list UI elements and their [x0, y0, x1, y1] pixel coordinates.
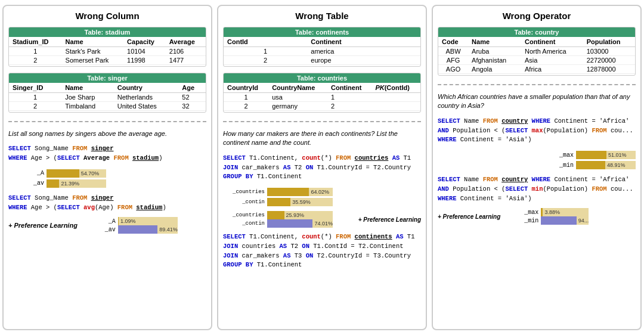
bar-row-A: _A 54.70% — [8, 169, 206, 178]
col-population: Population — [583, 37, 635, 47]
table-singer: Table: singer Singer_ID Name Country Age… — [9, 73, 206, 111]
pref-learn-section-3: + Preference Learning _max 3.88% _min 94… — [438, 208, 636, 225]
bar2-pct-countries: 64.02% — [311, 189, 329, 195]
pref-bar-group-2: _countries 25.93% _contin 74.01% — [223, 211, 356, 228]
bar3-row-max: _max 51.01% — [538, 151, 636, 159]
question-text-2: How many car makers are there in each co… — [223, 129, 421, 148]
panel-wrong-column: Wrong Column Table: stadium Stadium_ID N… — [2, 5, 212, 330]
bar3-label-max: _max — [538, 152, 574, 159]
bar3-pct-max: 51.01% — [608, 152, 627, 158]
bar3-outer-min: 48.91% — [576, 161, 636, 169]
bar-label-av: _av — [8, 180, 44, 187]
col-continent: Continent — [307, 37, 420, 47]
bar3-chart-1: _max 51.01% _min 48.91% — [438, 151, 636, 169]
bar2b-pct-countries: 25.93% — [286, 212, 305, 218]
bar3b-label-max: _max — [503, 209, 538, 216]
col-capacity: Capacity — [123, 37, 166, 47]
col-country: Country — [114, 83, 179, 93]
col-singerid: Singer_ID — [9, 83, 61, 93]
table-countries-container: Table: countries CountryId CountryName C… — [223, 73, 421, 113]
col-pk-contid: PK(ContId) — [371, 83, 420, 93]
bar3-label-min: _min — [538, 162, 574, 169]
bar2-row-countries: _countries 64.02% — [223, 188, 421, 196]
col-code: Code — [438, 37, 468, 47]
table-row: AFGAfghanistanAsia22720000 — [438, 56, 635, 65]
table-row: 2germany2 — [224, 102, 420, 111]
table-country: Table: country Code Name Continent Popul… — [438, 27, 635, 74]
table-countries: Table: countries CountryId CountryName C… — [224, 73, 420, 111]
bar2b-outer-contin: 74.01% — [267, 219, 333, 228]
bar3b-label-min: _min — [503, 218, 538, 224]
bar-fill-A — [47, 169, 79, 178]
bar2-row-av: _av 89.41% — [80, 225, 206, 234]
pref-learn-section-1: + Preference Learning _A 1.09% _av 89.41… — [8, 217, 206, 234]
bar2-label-av: _av — [80, 227, 116, 233]
pref-learn-section-2: _countries 25.93% _contin 74.01% + Prefe… — [223, 211, 421, 228]
bar2b-pct-contin: 74.01% — [314, 221, 333, 227]
bar3b-fill-min — [541, 216, 576, 225]
bar2-pct-A: 1.09% — [120, 218, 136, 224]
bar2b-fill-contin — [267, 219, 312, 228]
bar2b-fill-countries — [267, 211, 284, 219]
bar2-outer-countries: 64.02% — [267, 188, 333, 196]
bar2-fill-A — [118, 217, 119, 225]
col-name: Name — [62, 37, 124, 47]
bar2-outer-A: 1.09% — [118, 217, 178, 225]
col-name: Name — [61, 83, 114, 93]
table-row: 1usa1 — [224, 93, 420, 102]
divider1 — [8, 121, 206, 122]
pref-learn-label-1: + Preference Learning — [8, 222, 78, 229]
sql-block-1: SELECT Song_Name FROM singer WHERE Age >… — [8, 144, 206, 163]
table-row: 2europe — [224, 56, 420, 65]
question-text-3: Which African countries have a smaller p… — [438, 92, 636, 111]
table-row: AGOAngolaAfrica12878000 — [438, 65, 635, 74]
col-name: Name — [468, 37, 521, 47]
table-row: ABWArubaNorth America103000 — [438, 47, 635, 56]
bar-outer-A: 54.70% — [47, 169, 106, 178]
table-stadium-header: Table: stadium — [9, 27, 206, 37]
bar3b-row-min: _min 94... — [503, 216, 636, 225]
bar3-fill-max — [576, 151, 606, 159]
divider2 — [223, 121, 421, 122]
sql2-block-1: SELECT T1.Continent, count(*) FROM count… — [223, 154, 421, 182]
table-continents: Table: continents ContId Continent 1amer… — [224, 27, 420, 65]
bar2-pct-contin: 35.59% — [292, 199, 311, 205]
bar-row-av: _av 21.39% — [8, 179, 206, 188]
col-continent: Continent — [521, 37, 583, 47]
sql3-block-1: SELECT Name FROM country WHERE Continent… — [438, 117, 636, 145]
bar2b-row-contin: _contin 74.01% — [223, 219, 356, 228]
panel2-title: Wrong Table — [223, 11, 421, 21]
pref-bar-group-1: _A 1.09% _av 89.41% — [80, 217, 206, 234]
table-singer-header: Table: singer — [9, 73, 206, 83]
table-row: 1Joe SharpNetherlands52 — [9, 93, 206, 102]
col-countryid: CountryId — [224, 83, 268, 93]
panel-wrong-table: Wrong Table Table: continents ContId Con… — [217, 5, 427, 330]
bar2-label-A: _A — [80, 218, 116, 225]
bar2-chart-1: _countries 64.02% _contin 35.59% — [223, 188, 421, 206]
divider3 — [438, 84, 636, 85]
pref-learn-label-3: + Preference Learning — [438, 213, 500, 220]
col-average: Average — [166, 37, 206, 47]
bar2-pct-av: 89.41% — [159, 227, 178, 232]
panel3-title: Wrong Operator — [438, 11, 636, 21]
table-row: 1Stark's Park101042106 — [9, 47, 206, 56]
bar3-fill-min — [576, 161, 605, 169]
bar3b-fill-max — [541, 208, 543, 216]
bar3-row-min: _min 48.91% — [538, 161, 636, 169]
table-continents-header: Table: continents — [224, 27, 420, 37]
bar3-outer-max: 51.01% — [576, 151, 636, 159]
bar2-row-contin: _contin 35.59% — [223, 198, 421, 206]
table-stadium-container: Table: stadium Stadium_ID Name Capacity … — [8, 27, 206, 67]
bar2b-outer-countries: 25.93% — [267, 211, 333, 219]
col-continent: Continent — [327, 83, 371, 93]
col-countryname: CountryName — [268, 83, 327, 93]
bar2b-row-countries: _countries 25.93% — [223, 211, 356, 219]
table-row: 1america — [224, 47, 420, 56]
bar-outer-av: 21.39% — [47, 179, 106, 188]
bar3b-row-max: _max 3.88% — [503, 208, 636, 216]
panel-wrong-operator: Wrong Operator Table: country Code Name … — [432, 5, 642, 330]
bar2-outer-av: 89.41% — [118, 225, 178, 234]
sql2-block-2: SELECT T1.Continent, count(*) FROM conti… — [223, 232, 421, 270]
col-contid: ContId — [224, 37, 307, 47]
bar-label-A: _A — [8, 170, 44, 176]
